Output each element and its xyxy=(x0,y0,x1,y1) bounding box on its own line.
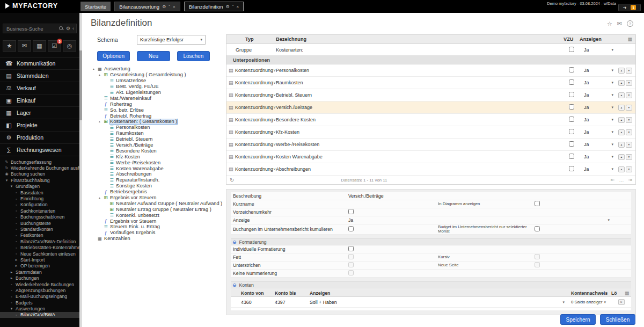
column-options-icon[interactable]: ▦ xyxy=(625,290,629,296)
sidebar-tree-item[interactable]: ▫ Bilanz/GuV/BWA-Definition xyxy=(0,238,79,244)
launch-icon[interactable]: ➔ xyxy=(623,5,627,10)
save-button[interactable]: Speichern xyxy=(560,314,596,325)
move-up-button[interactable]: ▴ xyxy=(618,80,625,86)
close-button[interactable]: Schließen xyxy=(600,314,635,325)
typ-dropdown[interactable]: Kontenzuordnung ∨ xyxy=(235,154,276,159)
sidebar-tree-item[interactable]: ▫ Betriebsstätten-Kontenrahmen xyxy=(0,244,79,250)
typ-dropdown[interactable]: Kontenzuordnung ∨ xyxy=(235,68,276,73)
move-down-button[interactable]: ▾ xyxy=(626,117,632,123)
definition-tree-node[interactable]: ☰ Steuern Eink. u. Ertrag xyxy=(91,224,224,230)
definition-tree-node[interactable]: ☰ Besondere Kosten xyxy=(91,148,224,154)
definition-tree-node[interactable]: ☰ Werbe-/Reisekosten xyxy=(91,159,224,165)
definition-tree-node[interactable]: ☰ Best. Verdg. FE/UE xyxy=(91,84,224,90)
definition-tree-node[interactable]: ☰ Personalkosten xyxy=(91,125,224,130)
vzu-checkbox[interactable] xyxy=(569,129,574,134)
sidebar-tree-item[interactable]: ▫ Abgrenzungsbuchungen xyxy=(0,287,79,293)
vzu-checkbox[interactable] xyxy=(569,154,574,159)
typ-dropdown[interactable]: Kontenzuordnung ∨ xyxy=(235,166,276,172)
definition-tree-node[interactable]: ☰ Kosten Warenabgabe xyxy=(91,165,224,171)
expander-icon[interactable]: ▴ xyxy=(98,196,101,199)
konto-bis-value[interactable]: 4397 xyxy=(275,300,310,305)
definition-tree-node[interactable]: ƒ Betriebl. Rohertrag xyxy=(91,113,224,119)
move-up-button[interactable]: ▴ xyxy=(618,154,625,160)
sidebar-menu-item[interactable]: ∑ Rechnungswesen xyxy=(0,144,79,156)
sidebar-menu-item[interactable]: ▣ Einkauf xyxy=(0,95,79,107)
position-row[interactable]: ▤ Kontenzuordnung ∨ Personalkosten Ja ▾ xyxy=(226,64,635,77)
vzu-checkbox[interactable] xyxy=(569,67,574,72)
sidebar-tree-item[interactable]: ▸ Buchungen xyxy=(0,275,79,281)
anzeigen-dropdown[interactable]: Ja ▾ xyxy=(580,142,617,147)
vzu-checkbox[interactable] xyxy=(569,79,574,85)
definition-tree-node[interactable]: ▴ ⊞ Kostenarten: ( Gesamtkosten ) xyxy=(91,119,224,125)
definition-tree-node[interactable]: ☰ Sonstige Kosten xyxy=(91,183,224,189)
sidebar-tree-item[interactable]: ▾ Finanzbuchhaltung xyxy=(0,177,79,183)
anzeigen-dropdown[interactable]: Ja ▾ xyxy=(580,154,617,159)
move-up-button[interactable]: ▴ xyxy=(618,129,625,135)
close-icon[interactable]: × xyxy=(173,4,175,9)
tasks-icon[interactable]: ☑5 xyxy=(48,40,61,52)
konten-row[interactable]: 4360 4397 Soll + Haben ▾ 0 Saldo anzeige… xyxy=(231,297,631,308)
typ-dropdown[interactable]: Kontenzuordnung ∨ xyxy=(235,105,276,110)
anzeigen-dropdown[interactable]: Ja ▾ xyxy=(580,166,617,172)
diagramm-checkbox[interactable] xyxy=(535,201,540,206)
tab-startseite[interactable]: Startseite xyxy=(80,2,111,11)
gear-icon[interactable]: ⚙ xyxy=(66,26,70,31)
sidebar-tree-item[interactable]: ▫ Budgets xyxy=(0,300,79,306)
position-row[interactable]: ▤ Kontenzuordnung ∨ Abschreibungen Ja ▾ xyxy=(226,163,635,176)
mail-icon[interactable]: ✉ xyxy=(18,40,31,52)
definition-tree-node[interactable]: ☰ Kfz-Kosten xyxy=(91,154,224,159)
sidebar-menu-item[interactable]: ⚖ Verkauf xyxy=(0,82,79,95)
move-up-button[interactable]: ▴ xyxy=(618,166,625,172)
move-down-button[interactable]: ▾ xyxy=(626,105,632,111)
vzu-checkbox[interactable] xyxy=(569,166,574,171)
column-options-icon[interactable]: ▦ xyxy=(617,37,635,42)
definition-tree-node[interactable]: ▦ Kennzahlen xyxy=(91,236,224,242)
vzu-checkbox[interactable] xyxy=(569,141,574,147)
definition-tree-node[interactable]: ƒ Vorläufiges Ergebnis xyxy=(91,230,224,236)
move-down-button[interactable]: ▾ xyxy=(626,154,632,160)
sidebar-menu-item[interactable]: ☎ Kommunikation xyxy=(0,57,79,70)
expander-icon[interactable]: ▴ xyxy=(98,120,101,123)
move-up-button[interactable]: ▴ xyxy=(618,105,625,111)
typ-dropdown[interactable]: Kontenzuordnung ∨ xyxy=(235,129,276,135)
definition-tree-node[interactable]: ☰ Mat./Wareneinkauf xyxy=(91,95,224,101)
definition-tree-node[interactable]: ☰ Akt. Eigenleistungen xyxy=(91,90,224,96)
user-box[interactable]: ➔ 1 xyxy=(618,4,641,11)
collapse-icon[interactable]: ˆ xyxy=(169,4,170,9)
position-row[interactable]: ▤ Kontenzuordnung ∨ Kosten Warenabgabe J… xyxy=(226,151,635,163)
definition-tree-node[interactable]: ☰ Umsatzerlöse xyxy=(91,78,224,84)
user-badge[interactable]: 1 xyxy=(631,5,636,10)
beschreibung-value[interactable]: Versich./Beiträge xyxy=(348,193,438,199)
help-icon[interactable]: ? xyxy=(627,20,633,27)
delete-row-icon[interactable]: × xyxy=(618,299,625,305)
neue-seite-checkbox[interactable] xyxy=(535,262,540,267)
vzu-checkbox[interactable] xyxy=(569,92,574,97)
vzu-checkbox[interactable] xyxy=(569,47,574,52)
sidebar-tree-item[interactable]: ▫ Bilanz/GuV/BWA xyxy=(0,312,79,318)
collapse-section-icon[interactable]: ⊖ xyxy=(232,239,237,245)
search-icon[interactable] xyxy=(59,26,64,31)
move-up-button[interactable]: ▴ xyxy=(618,117,625,123)
vorzeichen-checkbox[interactable] xyxy=(348,209,354,214)
move-down-button[interactable]: ▾ xyxy=(626,68,632,74)
sidebar-tree-item[interactable]: ▫ Wiederkehrende Buchungen xyxy=(0,281,79,287)
sidebar-tree-item[interactable]: ▫ Konfiguration xyxy=(0,202,79,208)
collapse-section-icon[interactable]: ⊖ xyxy=(232,282,237,288)
sidebar-tree-item[interactable]: ▫ Buchungstexte xyxy=(0,220,79,226)
sidebar-tree-item[interactable]: ▸ Start-Import xyxy=(0,257,79,263)
individuell-checkbox[interactable] xyxy=(348,246,354,251)
last-page-icon[interactable]: ⇥ xyxy=(628,177,632,183)
unterstrichen-checkbox[interactable] xyxy=(348,262,354,267)
delete-button[interactable]: Löschen xyxy=(177,51,210,61)
options-button[interactable]: Optionen xyxy=(97,51,130,61)
vzu-checkbox[interactable] xyxy=(569,104,574,110)
search-input[interactable] xyxy=(5,25,57,32)
sidebar-tree-item[interactable]: ▫ Standardkonten xyxy=(0,226,79,232)
definition-tree-node[interactable]: ☰ Raumkosten xyxy=(91,130,224,136)
definition-tree-node[interactable]: ⊞ Neutraler Ertrag Gruppe ( Neutraler Er… xyxy=(91,206,224,212)
position-row[interactable]: ▤ Kontenzuordnung ∨ Besondere Kosten Ja … xyxy=(226,114,635,126)
close-icon[interactable]: × xyxy=(236,4,239,9)
sidebar-tree-item[interactable]: ◉ Buchung suchen xyxy=(0,171,79,177)
konto-von-value[interactable]: 4360 xyxy=(231,300,275,305)
fett-checkbox[interactable] xyxy=(348,254,354,259)
